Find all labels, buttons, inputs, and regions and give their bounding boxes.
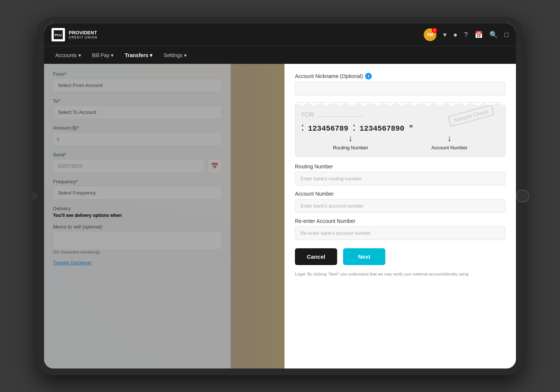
help-icon[interactable]: ? bbox=[464, 31, 468, 39]
logo-text: PROVIDENT CREDIT UNION bbox=[69, 30, 97, 40]
sample-check-container: FOR Sample Check ⁚ 123456789 ⁚ 123456789… bbox=[295, 102, 505, 157]
logo-icon: PCU bbox=[52, 28, 65, 41]
cancel-button[interactable]: Cancel bbox=[295, 248, 337, 265]
nickname-label: Account Nickname (Optional) i bbox=[295, 73, 505, 80]
account-arrow-group: ↓ Account Number bbox=[432, 133, 468, 150]
nickname-input[interactable] bbox=[295, 82, 505, 96]
routing-label: Routing Number bbox=[295, 164, 505, 169]
menu-bar: Accounts ▾ Bill Pay ▾ Transfers ▾ Settin… bbox=[44, 46, 516, 64]
avatar[interactable]: PM 5 bbox=[424, 28, 436, 41]
logo-line1: PROVIDENT bbox=[69, 30, 97, 36]
settings-chevron-icon: ▾ bbox=[184, 52, 187, 58]
routing-number-input[interactable] bbox=[295, 172, 505, 186]
check-micr-numbers: ⁚ 123456789 ⁚ 1234567890 ″ bbox=[301, 124, 499, 133]
next-button[interactable]: Next bbox=[343, 248, 385, 265]
account-arrow-down-icon: ↓ bbox=[447, 133, 452, 143]
routing-field-group: Routing Number bbox=[295, 164, 505, 186]
nav-right: PM 5 ▾ ● ? 📅 🔍 □ bbox=[424, 28, 508, 41]
torn-edge bbox=[295, 103, 505, 106]
notification-badge: 5 bbox=[432, 28, 437, 33]
search-icon[interactable]: 🔍 bbox=[489, 31, 498, 39]
accounts-chevron-icon: ▾ bbox=[78, 52, 81, 58]
location-icon[interactable]: ● bbox=[453, 31, 457, 39]
calendar-icon[interactable]: 📅 bbox=[475, 31, 483, 39]
account-field-group: Account Number bbox=[295, 191, 505, 213]
check-arrows: ↓ Routing Number ↓ Account Number bbox=[301, 133, 499, 150]
reenter-account-input[interactable] bbox=[295, 226, 505, 240]
account-arrow-label: Account Number bbox=[432, 145, 468, 150]
modal-panel: Account Nickname (Optional) i FOR bbox=[284, 64, 516, 368]
modal-overlay: Account Nickname (Optional) i FOR bbox=[44, 64, 516, 368]
sidebar-item-accounts[interactable]: Accounts ▾ bbox=[55, 52, 81, 58]
modal-buttons: Cancel Next bbox=[295, 248, 505, 265]
sidebar-item-billpay[interactable]: Bill Pay ▾ bbox=[92, 52, 114, 58]
transfers-chevron-icon: ▾ bbox=[150, 52, 152, 58]
message-icon[interactable]: □ bbox=[504, 31, 508, 39]
reenter-field-group: Re-enter Account Number bbox=[295, 218, 505, 240]
nav-bar: PCU PROVIDENT CREDIT UNION PM 5 ▾ ● ? bbox=[44, 24, 516, 46]
account-label: Account Number bbox=[295, 191, 505, 197]
routing-arrow-label: Routing Number bbox=[333, 145, 368, 150]
info-icon[interactable]: i bbox=[365, 73, 372, 80]
reenter-label: Re-enter Account Number bbox=[295, 218, 505, 224]
svg-text:PCU: PCU bbox=[55, 33, 62, 37]
sidebar-item-settings[interactable]: Settings ▾ bbox=[164, 52, 187, 58]
account-number-input[interactable] bbox=[295, 199, 505, 213]
billpay-chevron-icon: ▾ bbox=[111, 52, 113, 58]
routing-arrow-down-icon: ↓ bbox=[348, 133, 353, 143]
chevron-down-icon[interactable]: ▾ bbox=[443, 31, 447, 39]
nickname-field-group: Account Nickname (Optional) i bbox=[295, 73, 505, 96]
main-content: From* Select From Account To* Select To … bbox=[44, 64, 516, 368]
legal-text: Legal: By clicking "Next" you understand… bbox=[295, 272, 505, 276]
routing-arrow-group: ↓ Routing Number bbox=[333, 133, 368, 150]
sidebar-item-transfers[interactable]: Transfers ▾ bbox=[125, 52, 152, 58]
logo-area: PCU PROVIDENT CREDIT UNION bbox=[52, 28, 97, 41]
logo-line2: CREDIT UNION bbox=[69, 35, 97, 40]
